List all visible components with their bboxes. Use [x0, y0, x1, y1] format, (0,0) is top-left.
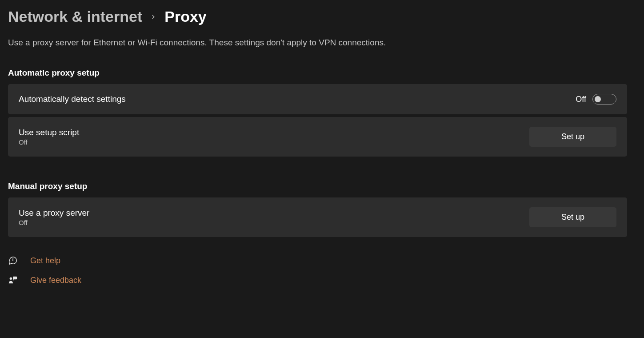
toggle-knob-icon	[595, 96, 601, 102]
auto-detect-toggle-group: Off	[576, 94, 616, 105]
help-icon	[8, 256, 18, 266]
proxy-server-status: Off	[19, 219, 89, 226]
setup-script-title: Use setup script	[19, 128, 79, 137]
auto-detect-title: Automatically detect settings	[19, 94, 126, 104]
section-heading-automatic: Automatic proxy setup	[8, 68, 636, 78]
chevron-right-icon	[150, 14, 156, 20]
give-feedback-link[interactable]: Give feedback	[8, 275, 636, 285]
page-description: Use a proxy server for Ethernet or Wi-Fi…	[8, 38, 636, 48]
section-heading-manual: Manual proxy setup	[8, 181, 636, 191]
feedback-icon	[8, 275, 18, 285]
auto-detect-toggle[interactable]	[592, 94, 616, 105]
footer-links: Get help Give feedback	[8, 256, 636, 285]
svg-point-1	[10, 278, 12, 280]
setup-script-status: Off	[19, 138, 79, 146]
proxy-server-button[interactable]: Set up	[529, 207, 616, 227]
get-help-link[interactable]: Get help	[8, 256, 636, 266]
auto-detect-toggle-label: Off	[576, 95, 586, 104]
row-use-proxy-server[interactable]: Use a proxy server Off Set up	[8, 197, 627, 237]
row-use-setup-script[interactable]: Use setup script Off Set up	[8, 117, 627, 157]
row-auto-detect-settings[interactable]: Automatically detect settings Off	[8, 84, 627, 114]
svg-rect-2	[13, 277, 17, 279]
get-help-label: Get help	[30, 256, 60, 266]
give-feedback-label: Give feedback	[30, 276, 81, 285]
breadcrumb: Network & internet Proxy	[8, 8, 636, 25]
breadcrumb-current: Proxy	[164, 8, 207, 25]
setup-script-button[interactable]: Set up	[529, 127, 616, 147]
proxy-server-title: Use a proxy server	[19, 208, 89, 218]
breadcrumb-parent-link[interactable]: Network & internet	[8, 8, 142, 25]
